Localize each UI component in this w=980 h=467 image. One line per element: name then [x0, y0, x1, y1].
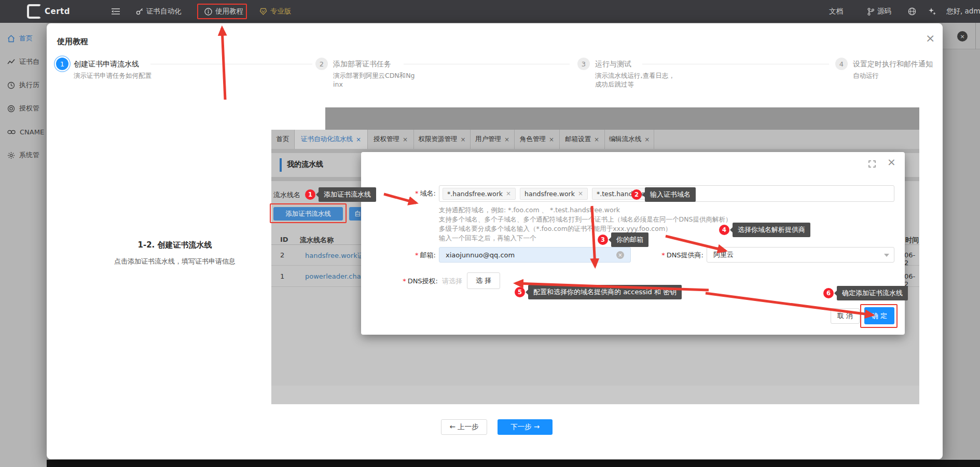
language-button[interactable] [908, 0, 916, 23]
row-id: 2 [280, 251, 284, 259]
clear-email-icon[interactable]: × [616, 251, 624, 259]
help-line: 支持通配符域名，例如: *.foo.com 、 *.test.handsfree… [439, 205, 731, 215]
sidebar-item-history[interactable]: 执行历 [0, 79, 47, 91]
step-connector [642, 64, 829, 64]
sidebar-home-label: 首页 [19, 34, 33, 43]
step-2-desc: 演示部署到阿里云CDN和Nginx [333, 71, 416, 89]
sidebar-item-cert-automation[interactable]: 证书自 [0, 56, 47, 68]
demo-header-band [325, 107, 919, 130]
demo-tab-permission[interactable]: 权限资源管理 × [414, 130, 471, 149]
email-value: xiaojunnuo@qq.com [446, 251, 515, 259]
tab-label: 编辑流水线 [609, 135, 642, 144]
page-bottom-bar [47, 460, 980, 467]
demo-tab-edit-pipeline[interactable]: 编辑流水线 × [605, 130, 654, 149]
sidebar-item-system[interactable]: 系统管 [0, 149, 47, 161]
domain-tag[interactable]: *.test.handsfree.work × [592, 188, 680, 200]
nav-item-docs[interactable]: 文档 [829, 0, 843, 23]
tag-remove-icon[interactable]: × [578, 190, 583, 197]
row-time: 06-2 [904, 251, 919, 267]
dns-auth-placeholder: 请选择 [442, 277, 462, 286]
email-input[interactable]: xiaojunnuo@qq.com [439, 247, 631, 263]
sidebar-item-auth[interactable]: 授权管 [0, 102, 47, 115]
sidebar-cname-label: CNAME [20, 128, 44, 136]
link-icon [7, 130, 16, 134]
demo-bottom-band [271, 386, 919, 404]
tab-close-icon[interactable]: × [403, 136, 408, 143]
demo-tab-users[interactable]: 用户管理 × [471, 130, 515, 149]
tutorial-close-icon[interactable]: × [926, 32, 935, 45]
sidebar: 首页 证书自 执行历 授权管 CNAME 系统管 [0, 23, 47, 467]
add-pipeline-dialog: × *域名: *.handsfree.work × handsfree.work… [361, 152, 905, 335]
tab-label: 角色管理 [520, 135, 546, 144]
sidebar-cert-label: 证书自 [19, 57, 39, 66]
sidebar-item-cname[interactable]: CNAME [0, 126, 47, 138]
target-icon [7, 105, 15, 113]
step-1-indicator: 1 [56, 58, 68, 70]
domain-tag-label: handsfree.work [524, 190, 575, 198]
dns-auth-field-label: *DNS授权: [384, 277, 438, 286]
domain-tags-input[interactable]: *.handsfree.work × handsfree.work × *.te… [439, 185, 894, 202]
tutorial-substep-title: 1-2. 创建证书流水线 [107, 240, 242, 250]
sidebar-collapse-button[interactable] [112, 0, 120, 23]
ok-button[interactable]: 确 定 [864, 307, 894, 324]
step-2-title: 添加部署证书任务 [333, 60, 391, 69]
dns-auth-select-button[interactable]: 选 择 [467, 272, 500, 289]
pipeline-link[interactable]: handsfree.work证 [305, 251, 364, 260]
theme-button[interactable] [928, 0, 936, 23]
nav-item-cert-automation[interactable]: 证书自动化 [136, 0, 182, 23]
tab-close-icon[interactable]: × [460, 136, 465, 143]
sidebar-auth-label: 授权管 [19, 104, 39, 113]
email-field-label: *邮箱: [384, 251, 436, 260]
required-mark: * [415, 251, 419, 259]
help-line: 多级子域名要分成多个域名输入（*.foo.com的证书不能用于xxx.yyy.f… [439, 224, 731, 233]
step-4-title: 设置定时执行和邮件通知 [853, 60, 933, 69]
dns-provider-select[interactable]: 阿里云 [707, 247, 894, 263]
nav-item-pro[interactable]: 专业版 [259, 0, 292, 23]
tag-remove-icon[interactable]: × [506, 190, 511, 197]
tab-close-icon[interactable]: × [356, 136, 361, 143]
tab-close-icon[interactable]: × [644, 136, 650, 143]
certd-logo-icon [27, 4, 42, 19]
tutorial-substep-desc: 点击添加证书流水线，填写证书申请信息 [97, 257, 253, 266]
demo-tab-pipelines[interactable]: 证书自动化流水线 × [295, 130, 368, 149]
demo-tab-home[interactable]: 首页 [271, 130, 295, 149]
domain-help-text: 支持通配符域名，例如: *.foo.com 、 *.test.handsfree… [439, 205, 731, 243]
step-4-desc: 自动运行 [853, 71, 936, 80]
pro-badge-icon [259, 8, 267, 15]
dns-provider-field-label: *DNS提供商: [639, 251, 703, 260]
tab-close-icon[interactable]: × [594, 136, 599, 143]
help-line: 输入一个回车之后，再输入下一个 [439, 233, 731, 243]
nav-item-source[interactable]: 源码 [867, 0, 891, 23]
sidebar-item-home[interactable]: 首页 [0, 32, 47, 45]
ok-label: 确 定 [872, 311, 887, 321]
fullscreen-icon[interactable] [868, 160, 876, 170]
user-menu[interactable]: 您好, admin [946, 0, 980, 23]
demo-tab-auth[interactable]: 授权管理 × [368, 130, 414, 149]
tab-label: 权限资源管理 [418, 135, 457, 144]
pipeline-link[interactable]: powerleader.chat [305, 272, 364, 280]
nav-item-tutorial[interactable]: 使用教程 [204, 0, 243, 23]
tag-remove-icon[interactable]: × [670, 190, 675, 197]
app-root: Certd 证书自动化 使用教程 专业版 文档 源码 [0, 0, 980, 467]
tab-close-icon[interactable]: × [549, 136, 554, 143]
cancel-label: 取 消 [837, 311, 853, 321]
step-2-indicator: 2 [315, 58, 328, 70]
dialog-close-icon[interactable]: × [887, 156, 896, 168]
cancel-button[interactable]: 取 消 [831, 308, 860, 324]
step-4-indicator: 4 [835, 58, 848, 70]
demo-tab-email[interactable]: 邮箱设置 × [560, 130, 605, 149]
add-pipeline-button[interactable]: 添加证书流水线 [273, 207, 343, 221]
domain-tag[interactable]: handsfree.work × [520, 188, 588, 200]
top-navbar: Certd 证书自动化 使用教程 专业版 文档 源码 [0, 0, 980, 23]
table-header-id: ID [280, 236, 288, 243]
next-step-button[interactable]: 下一步 → [498, 419, 553, 435]
tab-close-all-icon[interactable]: × [957, 31, 968, 42]
tab-label: 邮箱设置 [565, 135, 591, 144]
line-chart-icon [7, 59, 15, 65]
step-3-indicator: 3 [577, 58, 590, 70]
tab-close-icon[interactable]: × [504, 136, 509, 143]
app-logo[interactable]: Certd [27, 0, 70, 23]
demo-tab-roles[interactable]: 角色管理 × [515, 130, 560, 149]
domain-tag[interactable]: *.handsfree.work × [443, 188, 516, 200]
prev-step-button[interactable]: ← 上一步 [441, 419, 487, 435]
